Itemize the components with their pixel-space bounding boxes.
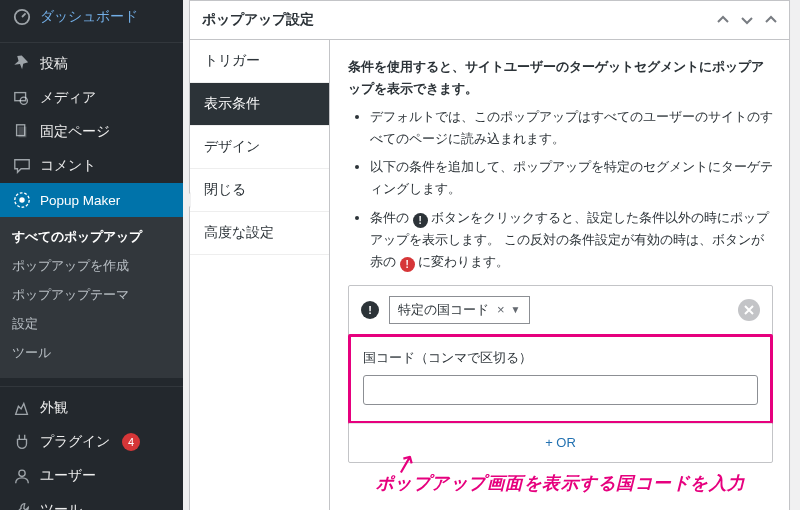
sidebar-item-appearance[interactable]: 外観 (0, 391, 183, 425)
submenu-tools[interactable]: ツール (0, 339, 183, 368)
svg-point-6 (19, 197, 24, 202)
condition-row: ! 特定の国コード × ▼ (349, 286, 772, 335)
tab-design[interactable]: デザイン (190, 126, 329, 169)
info-icon: ! (413, 213, 428, 228)
sidebar-label: メディア (40, 89, 96, 107)
sidebar-item-dashboard[interactable]: ダッシュボード (0, 0, 183, 34)
settings-tabs: トリガー 表示条件 デザイン 閉じる 高度な設定 (190, 40, 330, 510)
tab-trigger[interactable]: トリガー (190, 40, 329, 83)
sidebar-label: 固定ページ (40, 123, 110, 141)
plugins-icon (12, 432, 32, 452)
sidebar-label: プラグイン (40, 433, 110, 451)
media-icon (12, 88, 32, 108)
sidebar-item-tools[interactable]: ツール (0, 493, 183, 510)
annotation-text: ポップアップ画面を表示する国コードを入力 (376, 469, 746, 499)
clear-condition-icon[interactable]: × (497, 299, 505, 321)
dashboard-icon (12, 7, 32, 27)
sidebar-label: ダッシュボード (40, 8, 138, 26)
tab-content: 条件を使用すると、サイトユーザーのターゲットセグメントにポップアップを表示できま… (330, 40, 789, 510)
admin-sidebar: ダッシュボード 投稿 メディア 固定ページ コメント Popup Maker す… (0, 0, 183, 510)
panel-title: ポップアップ設定 (202, 11, 314, 29)
panel-collapse-icon[interactable] (765, 14, 777, 26)
intro-text: 条件を使用すると、サイトユーザーのターゲットセグメントにポップアップを表示できま… (348, 59, 764, 96)
sidebar-label: 投稿 (40, 55, 68, 73)
not-operand-button[interactable]: ! (361, 301, 379, 319)
submenu-all-popups[interactable]: すべてのポップアップ (0, 223, 183, 252)
sidebar-label: コメント (40, 157, 96, 175)
sidebar-item-users[interactable]: ユーザー (0, 459, 183, 493)
comment-icon (12, 156, 32, 176)
conditions-group: ! 特定の国コード × ▼ 国コード（コンマで区切る） (348, 285, 773, 463)
bullet: デフォルトでは、このポップアップはすべてのユーザーのサイトのすべてのページに読み… (370, 106, 773, 150)
intro-bullets: デフォルトでは、このポップアップはすべてのユーザーのサイトのすべてのページに読み… (348, 106, 773, 273)
svg-point-7 (19, 470, 25, 476)
page-icon (12, 122, 32, 142)
submenu-settings[interactable]: 設定 (0, 310, 183, 339)
sidebar-label: ユーザー (40, 467, 96, 485)
pin-icon (12, 54, 32, 74)
sidebar-item-media[interactable]: メディア (0, 81, 183, 115)
sidebar-submenu: すべてのポップアップ ポップアップを作成 ポップアップテーマ 設定 ツール (0, 217, 183, 378)
update-count-badge: 4 (122, 433, 140, 451)
sidebar-item-pages[interactable]: 固定ページ (0, 115, 183, 149)
submenu-create-popup[interactable]: ポップアップを作成 (0, 252, 183, 281)
sidebar-label: 外観 (40, 399, 68, 417)
sidebar-label: ツール (40, 501, 82, 510)
condition-selected-label: 特定の国コード (398, 299, 489, 321)
tools-icon (12, 500, 32, 510)
tab-close[interactable]: 閉じる (190, 169, 329, 212)
country-codes-label: 国コード（コンマで区切る） (363, 347, 758, 369)
popup-settings-panel: ポップアップ設定 トリガー 表示条件 デザイン 閉じる 高度な設定 条件を使用す… (189, 0, 790, 510)
sidebar-label: Popup Maker (40, 193, 120, 208)
remove-condition-button[interactable] (738, 299, 760, 321)
users-icon (12, 466, 32, 486)
submenu-popup-themes[interactable]: ポップアップテーマ (0, 281, 183, 310)
country-codes-input[interactable] (363, 375, 758, 405)
condition-select[interactable]: 特定の国コード × ▼ (389, 296, 530, 324)
sidebar-item-posts[interactable]: 投稿 (0, 47, 183, 81)
sidebar-item-popup-maker[interactable]: Popup Maker (0, 183, 183, 217)
annotation: ↗ ポップアップ画面を表示する国コードを入力 (348, 469, 773, 499)
bullet: 条件の ! ボタンをクリックすると、設定した条件以外の時にポップアップを表示しま… (370, 207, 773, 273)
popup-maker-icon (12, 190, 32, 210)
sidebar-item-plugins[interactable]: プラグイン 4 (0, 425, 183, 459)
condition-options-highlight: 国コード（コンマで区切る） (348, 334, 773, 424)
info-icon-red: ! (400, 257, 415, 272)
panel-toggle-up-icon[interactable] (717, 14, 729, 26)
chevron-down-icon: ▼ (511, 301, 521, 318)
bullet: 以下の条件を追加して、ポップアップを特定のセグメントにターゲティングします。 (370, 156, 773, 200)
svg-rect-4 (18, 127, 26, 138)
sidebar-item-comments[interactable]: コメント (0, 149, 183, 183)
appearance-icon (12, 398, 32, 418)
tab-targeting[interactable]: 表示条件 (190, 83, 329, 126)
panel-header[interactable]: ポップアップ設定 (190, 1, 789, 40)
tab-advanced[interactable]: 高度な設定 (190, 212, 329, 255)
panel-toggle-down-icon[interactable] (741, 14, 753, 26)
main-area: ポップアップ設定 トリガー 表示条件 デザイン 閉じる 高度な設定 条件を使用す… (183, 0, 800, 510)
